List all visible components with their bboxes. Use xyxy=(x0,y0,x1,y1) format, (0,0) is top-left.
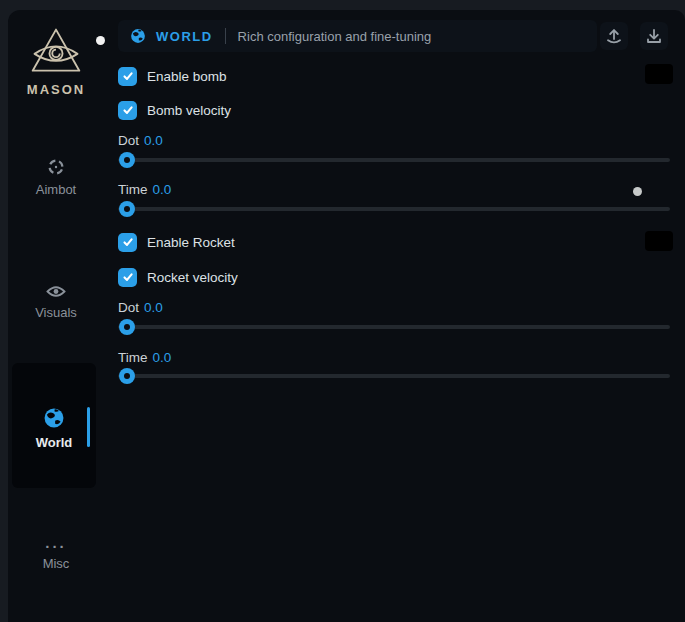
sidebar-item-label: Aimbot xyxy=(36,182,76,197)
slider-value: 0.0 xyxy=(153,350,172,365)
toggle-row: Enable Rocket xyxy=(118,232,235,252)
enable-rocket-checkbox[interactable] xyxy=(118,233,137,252)
sidebar-item-world-card: World xyxy=(12,363,96,488)
app-logo: MASON xyxy=(8,26,104,97)
toggle-label: Enable bomb xyxy=(147,69,227,84)
check-icon xyxy=(122,104,134,116)
slider-label: Dot0.0 xyxy=(118,133,163,149)
rocket-velocity-checkbox[interactable] xyxy=(118,268,137,287)
slider-name: Time xyxy=(118,350,148,365)
sidebar-item-label: Misc xyxy=(43,556,70,571)
slider-thumb[interactable] xyxy=(119,201,135,217)
sidebar-item-misc[interactable]: ... Misc xyxy=(8,538,104,571)
check-icon xyxy=(122,70,134,82)
slider-thumb[interactable] xyxy=(119,368,135,384)
page-title: WORLD xyxy=(156,29,213,44)
ellipsis-icon: ... xyxy=(45,538,67,550)
crosshair-icon xyxy=(47,158,65,176)
slider-label: Time0.0 xyxy=(118,350,171,366)
rocket-color-swatch[interactable] xyxy=(645,231,673,251)
eye-icon xyxy=(46,284,66,299)
import-config-button[interactable] xyxy=(640,22,668,50)
app-window: MASON Aimbot Visuals xyxy=(8,10,685,622)
upload-icon xyxy=(604,26,624,46)
export-config-button[interactable] xyxy=(600,22,628,50)
slider-label: Dot0.0 xyxy=(118,300,163,316)
slider-track[interactable] xyxy=(118,158,670,162)
page-subtitle: Rich configuration and fine-tuning xyxy=(238,29,432,44)
page-header: WORLD Rich configuration and fine-tuning xyxy=(118,20,597,52)
slider-track[interactable] xyxy=(118,325,670,329)
toggle-row: Rocket velocity xyxy=(118,267,238,287)
bomb-time-slider xyxy=(118,201,670,217)
sidebar-item-world[interactable]: World xyxy=(12,407,96,450)
rocket-time-slider xyxy=(118,368,670,384)
toggle-label: Rocket velocity xyxy=(147,270,238,285)
slider-value: 0.0 xyxy=(144,133,163,148)
overlay-dot xyxy=(633,187,642,196)
bomb-velocity-checkbox[interactable] xyxy=(118,101,137,120)
toggle-label: Bomb velocity xyxy=(147,103,231,118)
logo-text: MASON xyxy=(27,82,85,97)
slider-value: 0.0 xyxy=(144,300,163,315)
toggle-row: Enable bomb xyxy=(118,66,227,86)
sidebar-item-label: Visuals xyxy=(35,305,77,320)
slider-thumb[interactable] xyxy=(119,152,135,168)
slider-value: 0.0 xyxy=(153,182,172,197)
check-icon xyxy=(122,271,134,283)
slider-track[interactable] xyxy=(118,207,670,211)
bomb-color-swatch[interactable] xyxy=(645,64,673,84)
sidebar-item-visuals[interactable]: Visuals xyxy=(8,284,104,320)
sidebar: MASON Aimbot Visuals xyxy=(8,10,112,622)
download-icon xyxy=(644,26,664,46)
header-divider xyxy=(225,28,226,44)
toggle-row: Bomb velocity xyxy=(118,100,231,120)
toggle-label: Enable Rocket xyxy=(147,235,235,250)
rocket-dot-slider xyxy=(118,319,670,335)
cursor-dot xyxy=(96,36,105,45)
bomb-dot-slider xyxy=(118,152,670,168)
sidebar-item-label: World xyxy=(36,435,73,450)
globe-icon xyxy=(43,407,65,429)
check-icon xyxy=(122,236,134,248)
enable-bomb-checkbox[interactable] xyxy=(118,67,137,86)
globe-icon xyxy=(130,28,146,44)
active-tab-indicator xyxy=(87,407,90,447)
slider-thumb[interactable] xyxy=(119,319,135,335)
eye-pyramid-icon xyxy=(28,26,84,78)
sidebar-item-aimbot[interactable]: Aimbot xyxy=(8,158,104,197)
slider-name: Time xyxy=(118,182,148,197)
slider-track[interactable] xyxy=(118,374,670,378)
slider-name: Dot xyxy=(118,300,139,315)
slider-label: Time0.0 xyxy=(118,182,171,198)
slider-name: Dot xyxy=(118,133,139,148)
